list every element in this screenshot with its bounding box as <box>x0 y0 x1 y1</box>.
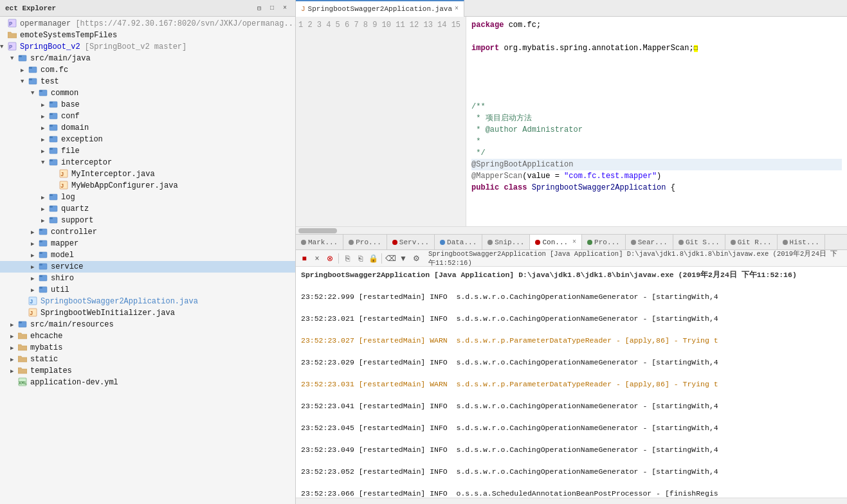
close-icon[interactable]: × <box>280 3 290 14</box>
tree-item-support[interactable]: ▶support <box>0 215 295 226</box>
console-tab-serv---[interactable]: Serv... <box>387 235 435 250</box>
tree-arrow-mybatis[interactable]: ▶ <box>10 345 18 352</box>
tree-arrow-src_main_java[interactable]: ▼ <box>10 55 18 62</box>
tree-arrow-model[interactable]: ▶ <box>31 252 39 259</box>
console-tab-git-r---[interactable]: Git R... <box>725 235 778 250</box>
tree-arrow-src_main_resources[interactable]: ▶ <box>10 321 18 328</box>
tree-arrow-controller[interactable]: ▶ <box>31 229 39 236</box>
tab-status-dot <box>349 240 354 245</box>
editor-content[interactable]: 1 2 3 4 5 6 7 8 9 10 11 12 13 14 15 pack… <box>296 17 847 226</box>
panel-title: ect Explorer <box>5 4 56 12</box>
console-output[interactable]: SpringbootSwagger2Application [Java Appl… <box>296 267 847 498</box>
tree-item-MyInterceptor[interactable]: JMyInterceptor.java <box>0 168 295 180</box>
svg-rect-11 <box>39 90 42 92</box>
tree-item-SpringbootSwagger2Application[interactable]: JSpringbootSwagger2Application.java <box>0 296 295 307</box>
console-tab-hist---[interactable]: Hist... <box>778 235 825 250</box>
tree-item-application_dev[interactable]: XMLapplication-dev.yml <box>0 377 295 388</box>
tree-icon-log <box>49 192 59 203</box>
tree-item-mybatis[interactable]: ▶mybatis <box>0 342 295 354</box>
tree-arrow-templates[interactable]: ▶ <box>10 368 18 375</box>
tree-arrow-com_fc[interactable]: ▶ <box>21 67 28 74</box>
tree-arrow-domain[interactable]: ▶ <box>41 125 49 132</box>
tree-item-templates[interactable]: ▶templates <box>0 365 295 377</box>
tree-item-util[interactable]: ▶util <box>0 284 295 296</box>
tree-item-SpringbootWebInitializer[interactable]: JSpringbootWebInitializer.java <box>0 307 295 319</box>
console-tab-con---[interactable]: Con...× <box>530 235 582 250</box>
console-tab-git-s---[interactable]: Git S... <box>673 235 725 250</box>
tree-item-model[interactable]: ▶model <box>0 249 295 261</box>
tree-arrow-interceptor[interactable]: ▼ <box>41 159 49 166</box>
tree-item-src_main_java[interactable]: ▼src/main/java <box>0 53 295 64</box>
tree-arrow-static[interactable]: ▶ <box>10 356 18 363</box>
stop-button[interactable]: ■ <box>298 253 310 264</box>
filter-button[interactable]: ▼ <box>397 253 409 264</box>
scroll-lock-button[interactable]: 🔒 <box>367 253 379 264</box>
tree-arrow-support[interactable]: ▶ <box>41 217 49 224</box>
tree-arrow-conf[interactable]: ▶ <box>41 113 49 120</box>
tree-arrow-ehcache[interactable]: ▶ <box>10 333 18 340</box>
tree-arrow-common[interactable]: ▼ <box>31 90 39 96</box>
terminate-button[interactable]: ⊗ <box>324 253 336 264</box>
scrollbar-thumb[interactable] <box>298 228 337 233</box>
tree-item-quartz[interactable]: ▶quartz <box>0 203 295 215</box>
tree-item-ehcache[interactable]: ▶ehcache <box>0 330 295 342</box>
tree-item-static[interactable]: ▶static <box>0 354 295 365</box>
console-tab-close[interactable]: × <box>572 239 576 246</box>
console-line: 23:52:23.029 [restartedMain] INFO s.d.s.… <box>301 357 842 368</box>
tree-arrow-quartz[interactable]: ▶ <box>41 206 49 213</box>
tree-item-common[interactable]: ▼common <box>0 87 295 99</box>
tree-item-com_fc[interactable]: ▶com.fc <box>0 64 295 76</box>
console-horizontal-scrollbar[interactable] <box>296 498 847 504</box>
tab-springboot-swagger2-application[interactable]: J SpringbootSwagger2Application.java × <box>296 0 464 17</box>
tree-arrow-log[interactable]: ▶ <box>41 194 49 201</box>
tree-item-MyWebAppConfigurer[interactable]: JMyWebAppConfigurer.java <box>0 180 295 192</box>
tree-item-file[interactable]: ▶file <box>0 145 295 157</box>
tree-label-controller: controller <box>51 228 97 237</box>
paste-button[interactable]: ⎗ <box>354 253 366 264</box>
console-line: 23:52:23.021 [restartedMain] INFO s.d.s.… <box>301 313 842 324</box>
svg-rect-23 <box>50 159 53 161</box>
maximize-icon[interactable]: □ <box>267 3 277 14</box>
tree-item-interceptor[interactable]: ▼interceptor <box>0 157 295 168</box>
tree-icon-base <box>49 100 59 111</box>
tree-item-exception[interactable]: ▶exception <box>0 134 295 145</box>
tree-item-test[interactable]: ▼test <box>0 76 295 87</box>
tree-item-conf[interactable]: ▶conf <box>0 111 295 122</box>
tree-item-mapper[interactable]: ▶mapper <box>0 238 295 249</box>
tree-item-domain[interactable]: ▶domain <box>0 122 295 134</box>
settings-button[interactable]: ⚙ <box>410 253 422 264</box>
tree-arrow-shiro[interactable]: ▶ <box>31 275 39 282</box>
tree-item-shiro[interactable]: ▶shiro <box>0 273 295 284</box>
console-tab-snip---[interactable]: Snip... <box>482 235 530 250</box>
close-console-button[interactable]: × <box>311 253 323 264</box>
tree-item-base[interactable]: ▶base <box>0 99 295 111</box>
tab-close-button[interactable]: × <box>455 5 459 12</box>
tree-item-src_main_resources[interactable]: ▶src/main/resources <box>0 319 295 330</box>
console-tab-mark---[interactable]: Mark... <box>296 235 343 250</box>
tree-arrow-util[interactable]: ▶ <box>31 287 39 294</box>
clear-button[interactable]: ⌫ <box>385 253 396 264</box>
tree-item-remoteSystemsTempFiles[interactable]: emoteSystemsTempFiles <box>0 30 295 41</box>
tree-arrow-service[interactable]: ▶ <box>31 264 39 271</box>
svg-text:XML: XML <box>19 381 27 386</box>
tree-arrow-mapper[interactable]: ▶ <box>31 240 39 248</box>
tree-arrow-springboot_v2[interactable]: ▼ <box>0 44 8 50</box>
tree-item-service[interactable]: ▶service <box>0 261 295 273</box>
copy-button[interactable]: ⎘ <box>342 253 353 264</box>
minimize-icon[interactable]: ⊟ <box>254 3 264 14</box>
tree-arrow-file[interactable]: ▶ <box>41 148 49 155</box>
svg-rect-45 <box>39 287 42 289</box>
console-tab-pro---[interactable]: Pro... <box>582 235 626 250</box>
console-tab-sear---[interactable]: Sear... <box>626 235 673 250</box>
code-content[interactable]: package com.fc; import org.mybatis.sprin… <box>466 17 847 226</box>
editor-horizontal-scrollbar[interactable] <box>296 226 847 234</box>
tree-item-log[interactable]: ▶log <box>0 192 295 203</box>
tree-item-springboot_v2[interactable]: ▼PSpringBoot_v2 [SpringBoot_v2 master] <box>0 41 295 53</box>
tree-arrow-test[interactable]: ▼ <box>21 78 28 85</box>
console-tab-data---[interactable]: Data... <box>435 235 482 250</box>
tree-item-opermanager[interactable]: Popermanager [https://47.92.30.167:8020/… <box>0 18 295 30</box>
tree-arrow-base[interactable]: ▶ <box>41 102 49 109</box>
tree-arrow-exception[interactable]: ▶ <box>41 136 49 143</box>
console-tab-pro---[interactable]: Pro... <box>343 235 387 250</box>
tree-item-controller[interactable]: ▶controller <box>0 226 295 238</box>
